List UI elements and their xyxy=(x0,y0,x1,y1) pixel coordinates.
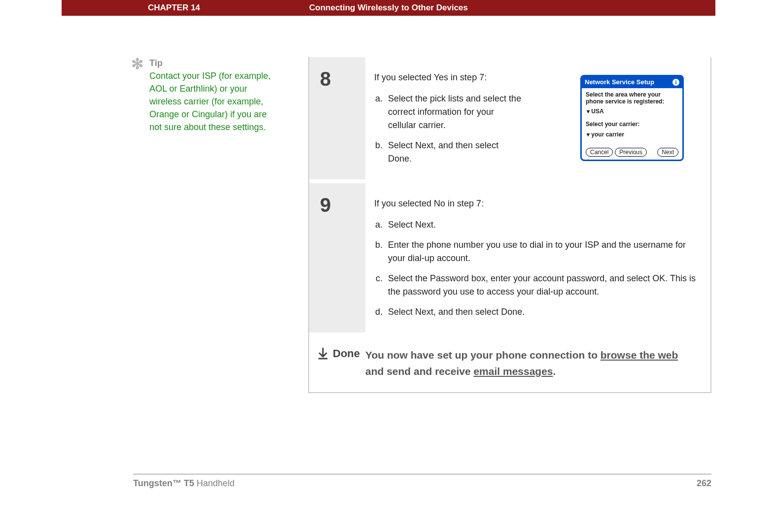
step-item: Select Next. xyxy=(385,218,699,232)
step-8: 8 If you selected Yes in step 7: Select … xyxy=(309,57,710,183)
done-row: Done You now have set up your phone conn… xyxy=(309,336,710,392)
tip-body: Contact your ISP (for example, AOL or Ea… xyxy=(149,69,279,133)
step-9: 9 If you selected No in step 7: Select N… xyxy=(309,183,710,336)
step-item: Select Next, and then select Done. xyxy=(385,139,523,166)
step-number: 9 xyxy=(309,183,365,332)
step-number: 8 xyxy=(309,57,365,179)
step-item: Select the pick lists and select the cor… xyxy=(385,92,523,132)
device-area-picklist[interactable]: USA xyxy=(587,107,678,116)
device-carrier-picklist[interactable]: your carrier xyxy=(587,130,678,139)
info-icon: i xyxy=(672,79,679,86)
step-intro: If you selected No in step 7: xyxy=(374,197,699,210)
step-item: Enter the phone number you use to dial i… xyxy=(385,238,699,265)
chapter-title: Connecting Wirelessly to Other Devices xyxy=(62,3,715,13)
tip-sidebar: ✻ Tip Contact your ISP (for example, AOL… xyxy=(133,58,279,133)
step-intro: If you selected Yes in step 7: xyxy=(374,71,570,84)
device-screenshot: Network Service Setup i Select the area … xyxy=(580,75,684,161)
step-item: Select Next, and then select Done. xyxy=(385,305,699,319)
arrow-down-icon xyxy=(318,347,328,360)
device-area-label: Select the area where your phone service… xyxy=(586,91,678,105)
tip-label: Tip xyxy=(149,58,279,68)
device-previous-button[interactable]: Previous xyxy=(615,148,647,157)
device-cancel-button[interactable]: Cancel xyxy=(586,148,613,157)
step-item: Select the Password box, enter your acco… xyxy=(385,272,699,299)
browse-web-link[interactable]: browse the web xyxy=(600,349,678,361)
page-number: 262 xyxy=(697,478,711,489)
device-next-button[interactable]: Next xyxy=(657,148,678,157)
product-name: Tungsten™ T5 Handheld xyxy=(133,478,235,489)
device-carrier-label: Select your carrier: xyxy=(586,121,678,128)
footer: Tungsten™ T5 Handheld 262 xyxy=(133,474,711,489)
steps-panel: 8 If you selected Yes in step 7: Select … xyxy=(308,57,711,393)
header-bar: CHAPTER 14 Connecting Wirelessly to Othe… xyxy=(62,0,715,16)
done-body: You now have set up your phone connectio… xyxy=(365,336,710,392)
device-title: Network Service Setup xyxy=(585,77,654,87)
asterisk-icon: ✻ xyxy=(131,58,143,70)
email-messages-link[interactable]: email messages xyxy=(473,366,553,377)
done-label: Done xyxy=(333,347,360,360)
